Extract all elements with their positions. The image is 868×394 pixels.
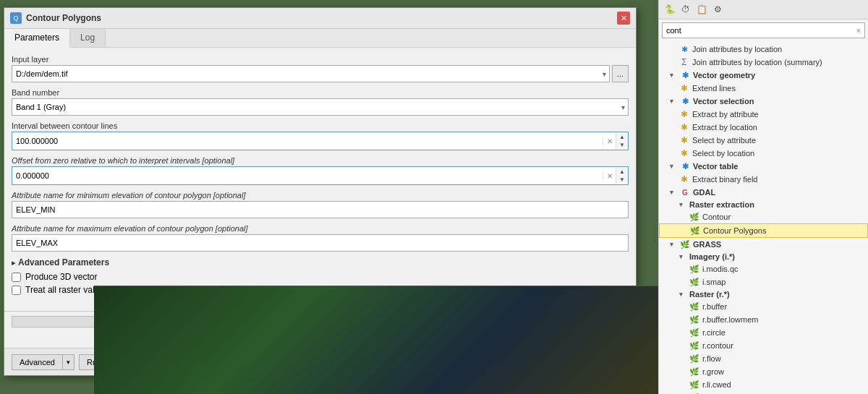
tree-item-i-smap[interactable]: 🌿 i.smap xyxy=(659,275,868,288)
grass-icon-smap: 🌿 xyxy=(689,277,699,287)
dialog-close-button[interactable]: ✕ xyxy=(617,12,630,25)
input-layer-select[interactable]: D:/dem/dem.tif xyxy=(12,65,610,82)
r-li-cwed-label: r.li.cwed xyxy=(702,380,731,389)
results-icon[interactable]: 📋 xyxy=(694,2,709,17)
join-location-summary-label: Join attributes by location (summary) xyxy=(692,58,822,67)
imagery-label: Imagery (i.*) xyxy=(689,252,735,261)
band-number-select[interactable]: Band 1 (Gray) xyxy=(12,98,629,116)
tree-group-imagery[interactable]: ▾ Imagery (i.*) xyxy=(659,251,868,262)
tree-item-extract-binary-field[interactable]: ✱ Extract binary field xyxy=(659,173,868,186)
interval-spin-down[interactable]: ▼ xyxy=(616,141,628,149)
tree-item-r-li-cwed[interactable]: 🌿 r.li.cwed xyxy=(659,378,868,391)
tree-group-gdal[interactable]: ▾ G GDAL xyxy=(659,186,868,199)
star-icon-binary: ✱ xyxy=(679,174,689,184)
advanced-arrow-button[interactable]: ▾ xyxy=(63,354,75,370)
tree-item-select-by-location[interactable]: ✱ Select by location xyxy=(659,147,868,160)
attr-max-input[interactable]: ELEV_MAX xyxy=(12,234,629,252)
grass-icon-contour-polygons: 🌿 xyxy=(690,226,700,236)
tree-group-vector-selection[interactable]: ▾ ✱ Vector selection xyxy=(659,95,868,108)
grass-icon-rbuffer: 🌿 xyxy=(689,301,699,312)
tree-item-r-buffer[interactable]: 🌿 r.buffer xyxy=(659,300,868,313)
offset-clear-button[interactable]: ✕ xyxy=(603,172,616,180)
advanced-button[interactable]: Advanced xyxy=(12,354,63,370)
tab-parameters[interactable]: Parameters xyxy=(4,29,70,48)
grass-icon-rbuffer-low: 🌿 xyxy=(689,314,699,325)
input-layer-browse-button[interactable]: ... xyxy=(612,65,629,82)
settings-icon[interactable]: ⚙ xyxy=(710,2,725,17)
i-smap-label: i.smap xyxy=(702,278,726,286)
attr-min-label: Attribute name for minimum elevation of … xyxy=(12,191,629,200)
interval-input-wrapper: 100.000000 ✕ ▲ ▼ xyxy=(12,132,629,150)
group-vector-selection-icon: ✱ xyxy=(680,96,690,106)
extract-by-attribute-label: Extract by attribute xyxy=(692,110,759,119)
vector-table-label: Vector table xyxy=(693,162,738,171)
python-icon[interactable]: 🐍 xyxy=(663,2,677,17)
r-circle-label: r.circle xyxy=(702,328,726,337)
search-clear-button[interactable]: × xyxy=(856,26,861,35)
sigma-icon: Σ xyxy=(679,57,689,67)
interval-clear-button[interactable]: ✕ xyxy=(603,137,616,145)
advanced-split-button: Advanced ▾ xyxy=(12,354,75,370)
interval-group: Interval between contour lines 100.00000… xyxy=(12,121,629,150)
tree-item-r-li-cwed-ascii[interactable]: 🌿 r.li.cwed.ascii xyxy=(659,391,868,394)
r-buffer-lowmem-label: r.buffer.lowmem xyxy=(702,315,758,324)
grass-group-icon: 🌿 xyxy=(680,239,690,249)
grass-icon-contour: 🌿 xyxy=(689,212,699,222)
tree-item-r-flow[interactable]: 🌿 r.flow xyxy=(659,352,868,365)
star-icon-select-attr: ✱ xyxy=(679,135,689,145)
tree-group-vector-table[interactable]: ▾ ✱ Vector table xyxy=(659,160,868,173)
offset-spin-down[interactable]: ▼ xyxy=(616,176,628,184)
input-layer-row: D:/dem/dem.tif ... xyxy=(12,65,629,82)
vector-geometry-label: Vector geometry xyxy=(693,71,755,80)
tree-item-r-circle[interactable]: 🌿 r.circle xyxy=(659,326,868,339)
interval-label: Interval between contour lines xyxy=(12,121,629,130)
group-vector-geometry-icon: ✱ xyxy=(680,70,690,80)
offset-input[interactable]: 0.000000 xyxy=(12,167,603,184)
tree-item-select-by-attribute[interactable]: ✱ Select by attribute xyxy=(659,134,868,147)
tree-group-raster-extraction[interactable]: ▾ Raster extraction xyxy=(659,199,868,210)
produce-3d-checkbox[interactable] xyxy=(12,273,21,282)
tree-item-join-location-summary[interactable]: Σ Join attributes by location (summary) xyxy=(659,56,868,69)
offset-group: Offset from zero relative to which to in… xyxy=(12,156,629,185)
tree-item-extend-lines[interactable]: ✱ Extend lines xyxy=(659,82,868,95)
treat-raster-checkbox[interactable] xyxy=(12,286,21,295)
collapse-arrow-raster-extraction: ▾ xyxy=(679,201,686,208)
select-by-location-label: Select by location xyxy=(692,149,754,158)
offset-spinners: ▲ ▼ xyxy=(616,168,628,184)
collapse-arrow-gdal: ▾ xyxy=(670,189,677,196)
tree-group-raster-r[interactable]: ▾ Raster (r.*) xyxy=(659,288,868,300)
gear-icon: ✱ xyxy=(679,44,689,54)
attr-min-input[interactable]: ELEV_MIN xyxy=(12,201,629,218)
select-by-attribute-label: Select by attribute xyxy=(692,136,756,145)
offset-input-wrapper: 0.000000 ✕ ▲ ▼ xyxy=(12,166,629,185)
tree-item-join-location[interactable]: ✱ Join attributes by location xyxy=(659,43,868,56)
collapse-arrow-raster-r: ▾ xyxy=(679,291,686,298)
tree-item-r-grow[interactable]: 🌿 r.grow xyxy=(659,365,868,378)
advanced-section-label: Advanced Parameters xyxy=(18,257,109,267)
tree-group-grass[interactable]: ▾ 🌿 GRASS xyxy=(659,238,868,251)
interval-spin-up[interactable]: ▲ xyxy=(616,133,628,141)
tree-item-r-buffer-lowmem[interactable]: 🌿 r.buffer.lowmem xyxy=(659,313,868,326)
raster-r-label: Raster (r.*) xyxy=(689,290,730,299)
offset-spin-up[interactable]: ▲ xyxy=(616,168,628,176)
group-vector-table-icon: ✱ xyxy=(680,161,690,171)
history-icon[interactable]: ⏱ xyxy=(678,2,693,17)
tree-item-extract-by-attribute[interactable]: ✱ Extract by attribute xyxy=(659,108,868,121)
tree-group-vector-geometry[interactable]: ▾ ✱ Vector geometry xyxy=(659,69,868,82)
search-input[interactable]: cont xyxy=(666,26,856,35)
interval-input[interactable]: 100.000000 xyxy=(12,132,603,150)
tree-item-i-modis-qc[interactable]: 🌿 i.modis.qc xyxy=(659,262,868,275)
attr-max-label: Attribute name for maximum elevation of … xyxy=(12,224,629,233)
star-icon-extract-loc: ✱ xyxy=(679,122,689,132)
attr-min-group: Attribute name for minimum elevation of … xyxy=(12,191,629,218)
collapse-arrow-vector-geometry: ▾ xyxy=(670,72,677,79)
processing-toolbox-panel: 🐍 ⏱ 📋 ⚙ cont × ✱ Join attributes by loca… xyxy=(658,0,868,394)
tab-log[interactable]: Log xyxy=(70,29,106,47)
tree-item-contour-polygons[interactable]: 🌿 Contour Polygons xyxy=(659,223,868,238)
r-flow-label: r.flow xyxy=(702,354,721,363)
tree-item-extract-by-location[interactable]: ✱ Extract by location xyxy=(659,121,868,134)
tree-item-r-contour[interactable]: 🌿 r.contour xyxy=(659,339,868,352)
tree-item-contour[interactable]: 🌿 Contour xyxy=(659,210,868,223)
advanced-section-header[interactable]: Advanced Parameters xyxy=(12,257,629,267)
offset-label: Offset from zero relative to which to in… xyxy=(12,156,629,165)
